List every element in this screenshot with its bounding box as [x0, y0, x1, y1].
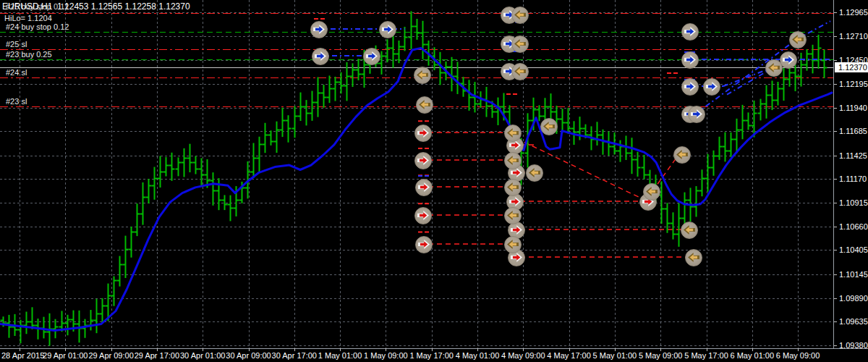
exit-arrow-marker[interactable]	[765, 59, 783, 77]
buy-arrow-marker[interactable]	[688, 106, 705, 123]
buy-arrow-marker[interactable]	[379, 21, 396, 38]
order-label: #23 buy 0.25	[6, 50, 52, 59]
buy-arrow-marker[interactable]	[703, 78, 720, 96]
exit-arrow-icon	[676, 150, 688, 159]
exit-arrow-marker[interactable]	[789, 31, 807, 49]
time-axis-tick	[294, 348, 295, 351]
chart-plot-svg[interactable]	[0, 0, 833, 348]
exit-arrow-icon	[792, 35, 804, 44]
sell-arrow-icon	[511, 225, 522, 235]
exit-arrow-marker[interactable]	[504, 152, 522, 169]
exit-arrow-marker[interactable]	[643, 183, 660, 201]
price-axis-label: 1.09635	[839, 317, 868, 326]
exit-arrow-marker[interactable]	[540, 118, 558, 135]
price-axis-tick	[834, 131, 837, 132]
buy-arrow-marker[interactable]	[312, 48, 329, 65]
time-axis-tick	[523, 348, 524, 351]
time-axis[interactable]: 28 Apr 201529 Apr 01:0029 Apr 09:0029 Ap…	[0, 348, 868, 362]
price-axis-tick	[834, 250, 837, 251]
price-axis[interactable]: 1.129651.127101.124501.121951.119401.116…	[833, 0, 868, 348]
price-axis-tick	[834, 321, 837, 322]
exit-arrow-icon	[507, 240, 519, 249]
price-axis-tick	[834, 84, 837, 85]
sell-arrow-marker[interactable]	[415, 179, 433, 196]
time-axis-tick	[707, 348, 707, 351]
time-axis-tick	[249, 348, 250, 351]
time-axis-tick	[20, 348, 20, 351]
buy-arrow-icon	[706, 82, 718, 91]
exit-arrow-marker[interactable]	[504, 179, 522, 196]
buy-arrow-marker[interactable]	[310, 21, 328, 38]
sell-arrow-icon	[417, 211, 429, 220]
price-axis-label: 1.12965	[839, 8, 868, 17]
time-axis-label: 29 Apr 09:00	[88, 351, 133, 360]
exit-arrow-icon	[507, 211, 519, 220]
price-axis-tick	[834, 274, 837, 275]
order-label: #24 buy stop 0.12	[6, 22, 69, 31]
exit-arrow-icon	[768, 63, 780, 72]
time-axis-label: 5 May 17:00	[684, 351, 728, 360]
buy-arrow-icon	[684, 55, 696, 64]
buy-arrow-icon	[366, 51, 378, 61]
exit-arrow-marker[interactable]	[673, 146, 691, 164]
buy-arrow-icon	[315, 51, 326, 61]
time-axis-tick	[386, 348, 386, 351]
time-axis-tick	[615, 348, 616, 351]
price-axis-label: 1.10915	[839, 198, 868, 207]
price-axis-tick	[834, 345, 837, 346]
exit-arrow-marker[interactable]	[504, 207, 522, 224]
time-axis-label: 30 Apr 17:00	[272, 351, 317, 360]
price-axis-label: 1.11940	[839, 104, 867, 112]
price-axis-label: 1.10660	[839, 222, 868, 231]
exit-arrow-icon	[514, 67, 526, 76]
exit-arrow-icon	[507, 128, 519, 138]
sell-arrow-icon	[509, 197, 521, 206]
time-axis-label: 28 Apr 2015	[1, 351, 44, 360]
exit-arrow-marker[interactable]	[511, 7, 529, 24]
buy-arrow-marker[interactable]	[681, 51, 699, 69]
time-axis-tick	[569, 348, 570, 351]
price-axis-tick	[834, 203, 837, 203]
exit-arrow-icon	[684, 225, 695, 235]
sell-arrow-marker[interactable]	[414, 207, 432, 224]
chart-canvas[interactable]: EURUSD,H1 1.12453 1.12565 1.12258 1.1237…	[0, 0, 833, 348]
exit-arrow-marker[interactable]	[511, 35, 529, 53]
time-axis-tick	[432, 348, 433, 351]
exit-arrow-marker[interactable]	[685, 249, 702, 266]
exit-arrow-icon	[507, 156, 519, 165]
buy-arrow-marker[interactable]	[681, 23, 699, 41]
exit-arrow-icon	[419, 100, 430, 109]
buy-arrow-icon	[684, 27, 696, 36]
exit-arrow-marker[interactable]	[416, 96, 433, 114]
time-axis-label: 4 May 09:00	[501, 351, 545, 360]
price-axis-tick	[834, 179, 837, 180]
sell-arrow-marker[interactable]	[414, 152, 432, 169]
exit-arrow-marker[interactable]	[504, 236, 522, 253]
buy-arrow-icon	[783, 55, 794, 64]
time-axis-label: 30 Apr 01:00	[180, 351, 225, 360]
buy-arrow-icon	[691, 109, 702, 119]
sell-arrow-marker[interactable]	[414, 125, 432, 142]
sell-arrow-marker[interactable]	[415, 236, 433, 253]
exit-arrow-marker[interactable]	[681, 222, 698, 239]
exit-arrow-icon	[688, 253, 699, 262]
exit-arrow-marker[interactable]	[511, 63, 529, 80]
exit-arrow-marker[interactable]	[504, 125, 522, 142]
exit-arrow-marker[interactable]	[414, 67, 431, 84]
buy-arrow-icon	[313, 25, 325, 34]
exit-arrow-icon	[529, 168, 540, 177]
time-axis-tick	[157, 348, 158, 351]
exit-arrow-marker[interactable]	[526, 164, 543, 182]
buy-arrow-marker[interactable]	[681, 78, 699, 96]
time-axis-label: 1 May 01:00	[318, 351, 362, 360]
time-axis-label: 29 Apr 01:00	[43, 351, 88, 360]
order-label: #23 sl	[6, 97, 27, 106]
price-axis-label: 1.10145	[839, 270, 868, 279]
time-axis-label: 4 May 17:00	[547, 351, 591, 360]
buy-arrow-marker[interactable]	[363, 48, 380, 65]
current-price-box: 1.12370	[835, 62, 868, 72]
price-axis-tick	[834, 36, 837, 37]
price-axis-label: 1.11425	[839, 151, 867, 160]
time-axis-tick	[111, 348, 112, 351]
time-axis-tick	[340, 348, 341, 351]
